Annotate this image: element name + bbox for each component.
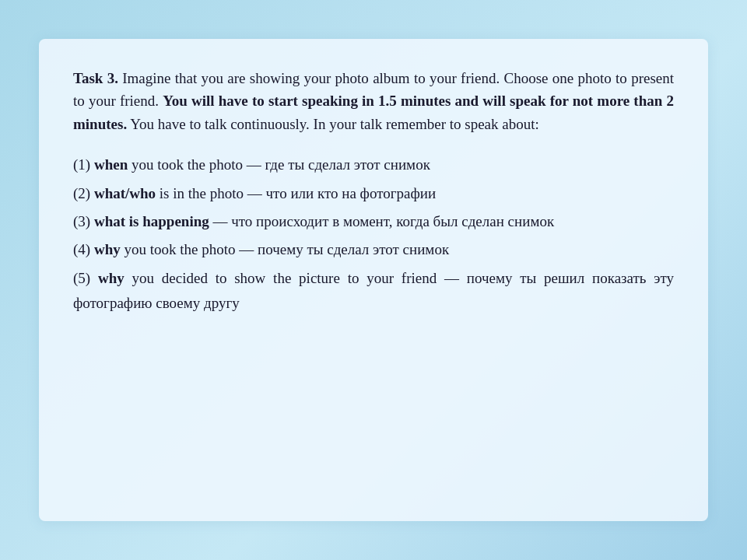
item3-bold: what is happening: [94, 213, 209, 229]
item3-text: — что происходит в момент, когда был сде…: [209, 213, 554, 229]
list-item-2: (2) what/who is in the photo — что или к…: [73, 181, 674, 206]
item5-number: (5): [73, 270, 90, 286]
list-item-5: (5) why you decided to show the picture …: [73, 266, 674, 317]
list-item-4: (4) why you took the photo — почему ты с…: [73, 237, 674, 262]
list-item-1: (1) when you took the photo — где ты сде…: [73, 152, 674, 177]
item1-number: (1): [73, 156, 90, 173]
item1-bold: when: [94, 156, 128, 173]
item1-text: you took the photo — где ты сделал этот …: [128, 156, 430, 173]
item5-text: you decided to show the picture to your …: [73, 270, 674, 311]
item5-bold: why: [98, 270, 124, 286]
list-item-3: (3) what is happening — что происходит в…: [73, 209, 674, 234]
item2-text: is in the photo — что или кто на фотогра…: [156, 185, 436, 201]
item3-number: (3): [73, 213, 90, 229]
item4-text: you took the photo — почему ты сделал эт…: [121, 241, 449, 257]
task-list: (1) when you took the photo — где ты сде…: [73, 152, 674, 316]
item2-bold: what/who: [94, 185, 156, 201]
item2-number: (2): [73, 185, 90, 201]
item4-number: (4): [73, 241, 90, 257]
task-label: Task 3.: [73, 70, 118, 86]
task-intro: Task 3. Imagine that you are showing you…: [73, 67, 674, 135]
content-box: Task 3. Imagine that you are showing you…: [39, 39, 708, 521]
item4-bold: why: [94, 241, 121, 257]
intro-text2: You have to talk continuously. In your t…: [127, 116, 539, 132]
